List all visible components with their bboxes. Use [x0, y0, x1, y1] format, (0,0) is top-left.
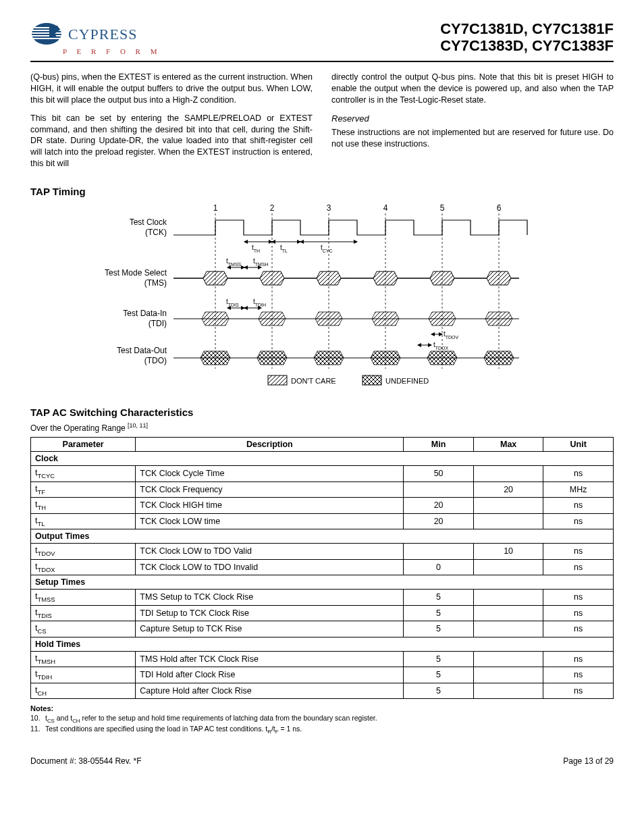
- logo-text: CYPRESS: [68, 26, 137, 43]
- svg-rect-38: [268, 375, 287, 385]
- logo-tagline: P E R F O R M: [63, 47, 161, 55]
- reserved-heading: Reserved: [331, 113, 614, 125]
- svg-text:tCYC: tCYC: [321, 244, 333, 253]
- svg-text:tTDIH: tTDIH: [253, 298, 266, 307]
- tap-ac-heading: TAP AC Switching Characteristics: [30, 407, 614, 418]
- table-row: tTCYCTCK Clock Cycle Time50ns: [31, 466, 614, 482]
- svg-text:5: 5: [440, 203, 445, 213]
- tdo-label2: (TDO): [144, 356, 167, 365]
- svg-text:tTMSS: tTMSS: [226, 257, 242, 267]
- svg-text:2: 2: [270, 203, 275, 213]
- col-max: Max: [473, 438, 543, 452]
- body-left-p2: This bit can be set by entering the SAMP…: [30, 113, 313, 170]
- svg-text:4: 4: [383, 203, 388, 213]
- svg-text:DON'T CARE: DON'T CARE: [291, 377, 336, 385]
- col-description: Description: [136, 438, 404, 452]
- svg-text:tTDIS: tTDIS: [226, 298, 239, 307]
- tms-label1: Test Mode Select: [105, 268, 167, 278]
- svg-text:tTDOX: tTDOX: [433, 341, 449, 350]
- table-row: tTDOVTCK Clock LOW to TDO Valid10ns: [31, 544, 614, 560]
- table-row: tTDISTDI Setup to TCK Clock Rise5ns: [31, 605, 614, 621]
- svg-text:tTDOV: tTDOV: [444, 330, 459, 340]
- svg-text:3: 3: [327, 203, 331, 213]
- svg-text:tTMSH: tTMSH: [253, 257, 269, 267]
- notes-list: 10. tCS and tCH refer to the setup and h…: [30, 714, 614, 736]
- table-row: tTMSSTMS Setup to TCK Clock Rise5ns: [31, 590, 614, 606]
- body-right-p2: These instructions are not implemented b…: [331, 127, 614, 150]
- tdi-label2: (TDI): [149, 319, 167, 328]
- body-columns: (Q-bus) pins, when the EXTEST is entered…: [30, 72, 614, 176]
- tms-label2: (TMS): [144, 278, 167, 288]
- part-line-2: CY7C1383D, CY7C1383F: [440, 37, 614, 54]
- svg-rect-5: [32, 38, 61, 39]
- table-row: tCSCapture Setup to TCK Rise5ns: [31, 621, 614, 637]
- table-row: tTMSHTMS Hold after TCK Clock Rise5ns: [31, 651, 614, 667]
- table-row: tTLTCK Clock LOW time20ns: [31, 513, 614, 529]
- notes-heading: Notes:: [30, 704, 614, 712]
- table-row: tTFTCK Clock Frequency20MHz: [31, 481, 614, 498]
- body-left-p1: (Q-bus) pins, when the EXTEST is entered…: [30, 72, 313, 106]
- tck-label1: Test Clock: [130, 217, 167, 227]
- table-section-row: Clock: [31, 452, 614, 466]
- svg-text:6: 6: [497, 203, 502, 213]
- table-row: tTDOXTCK Clock LOW to TDO Invalid0ns: [31, 559, 614, 575]
- table-row: tTDIHTDI Hold after Clock Rise5ns: [31, 667, 614, 683]
- svg-rect-40: [363, 375, 381, 385]
- tap-ac-table: Parameter Description Min Max Unit Clock…: [30, 437, 614, 699]
- table-row: tCHCapture Hold after Clock Rise5ns: [31, 683, 614, 699]
- timing-diagram: 123456 Test Clock (TCK) tTH tTL tCYC Tes…: [30, 201, 614, 397]
- svg-rect-4: [32, 35, 61, 36]
- tdo-label1: Test Data-Out: [117, 346, 167, 355]
- table-section-row: Setup Times: [31, 575, 614, 590]
- svg-text:1: 1: [213, 203, 218, 213]
- part-numbers: CY7C1381D, CY7C1381F CY7C1383D, CY7C1383…: [440, 20, 614, 55]
- tdi-label1: Test Data-In: [123, 309, 167, 318]
- svg-text:tTL: tTL: [280, 244, 288, 253]
- logo-mark-icon: [30, 20, 71, 49]
- tap-ac-subtitle: Over the Operating Range [10, 11]: [30, 422, 614, 433]
- page-number: Page 13 of 29: [563, 756, 614, 766]
- svg-text:tTH: tTH: [252, 244, 260, 253]
- page-footer: Document #: 38-05544 Rev. *F Page 13 of …: [30, 756, 614, 766]
- part-line-1: CY7C1381D, CY7C1381F: [440, 20, 614, 37]
- page-header: CYPRESS P E R F O R M CY7C1381D, CY7C138…: [30, 20, 614, 55]
- col-unit: Unit: [543, 438, 614, 452]
- doc-number: Document #: 38-05544 Rev. *F: [30, 756, 142, 766]
- table-section-row: Hold Times: [31, 637, 614, 651]
- body-right-p1: directly control the output Q-bus pins. …: [331, 72, 614, 106]
- tap-timing-heading: TAP Timing: [30, 186, 614, 197]
- note-11: 11. Test conditions are specified using …: [30, 725, 614, 735]
- col-parameter: Parameter: [31, 438, 136, 452]
- svg-text:UNDEFINED: UNDEFINED: [385, 377, 429, 385]
- tck-label2: (TCK): [145, 228, 167, 237]
- table-section-row: Output Times: [31, 529, 614, 544]
- svg-rect-3: [32, 32, 61, 34]
- col-min: Min: [404, 438, 474, 452]
- vendor-logo: CYPRESS P E R F O R M: [30, 20, 161, 55]
- table-row: tTHTCK Clock HIGH time20ns: [31, 498, 614, 514]
- header-rule: [30, 61, 614, 62]
- note-10: 10. tCS and tCH refer to the setup and h…: [30, 714, 614, 725]
